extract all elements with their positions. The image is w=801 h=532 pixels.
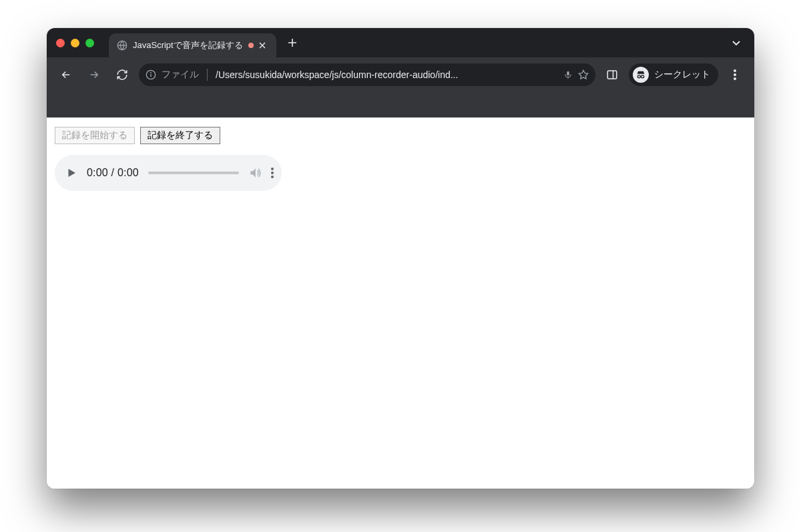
svg-point-15 (271, 168, 274, 170)
forward-button[interactable] (83, 63, 105, 86)
voice-search-icon[interactable] (563, 70, 573, 79)
svg-marker-5 (579, 70, 587, 79)
bookmarks-bar (47, 92, 754, 117)
bookmark-icon[interactable] (578, 69, 589, 80)
incognito-indicator[interactable]: シークレット (629, 63, 718, 86)
audio-menu-button[interactable] (271, 168, 274, 178)
tab-close-button[interactable] (259, 42, 270, 49)
stop-recording-button[interactable]: 記録を終了する (140, 127, 220, 144)
address-bar[interactable]: ファイル /Users/susukida/workspace/js/column… (139, 63, 595, 86)
audio-current-time: 0:00 (87, 167, 108, 178)
audio-time-display: 0:00 / 0:00 (87, 167, 139, 179)
incognito-label: シークレット (654, 69, 710, 81)
svg-point-9 (641, 75, 644, 78)
browser-toolbar: ファイル /Users/susukida/workspace/js/column… (47, 57, 754, 92)
svg-point-11 (734, 69, 736, 72)
separator (207, 69, 208, 81)
window-controls (56, 39, 94, 47)
tab-search-button[interactable] (728, 38, 745, 47)
titlebar: JavaScriptで音声を記録する (47, 28, 754, 57)
svg-point-13 (734, 77, 736, 80)
browser-window: JavaScriptで音声を記録する (47, 28, 754, 489)
url-scheme-label: ファイル (162, 69, 199, 81)
svg-point-12 (734, 73, 736, 76)
window-close-button[interactable] (56, 39, 65, 47)
back-button[interactable] (55, 63, 77, 86)
tab-title: JavaScriptで音声を記録する (133, 39, 243, 51)
side-panel-button[interactable] (601, 63, 623, 86)
incognito-icon (633, 67, 649, 83)
page-content: 記録を開始する 記録を終了する 0:00 / 0:00 (47, 117, 754, 489)
browser-tab[interactable]: JavaScriptで音声を記録する (109, 33, 276, 57)
url-text: /Users/susukida/workspace/js/column-reco… (216, 69, 558, 80)
svg-point-16 (271, 172, 274, 174)
play-icon[interactable] (65, 167, 77, 179)
site-info-icon[interactable] (146, 69, 156, 80)
svg-rect-6 (607, 71, 617, 79)
audio-seek-slider[interactable] (148, 172, 239, 174)
start-recording-button[interactable]: 記録を開始する (55, 127, 135, 144)
svg-point-3 (151, 72, 152, 73)
audio-duration: 0:00 (117, 167, 139, 178)
browser-menu-button[interactable] (724, 63, 746, 86)
globe-icon (117, 40, 127, 51)
audio-player[interactable]: 0:00 / 0:00 (55, 155, 282, 191)
reload-button[interactable] (111, 63, 134, 86)
svg-point-8 (637, 75, 640, 78)
svg-marker-14 (69, 169, 76, 177)
svg-point-17 (271, 176, 274, 178)
window-minimize-button[interactable] (71, 39, 79, 47)
new-tab-button[interactable] (283, 33, 302, 52)
volume-icon[interactable] (248, 166, 262, 180)
button-row: 記録を開始する 記録を終了する (55, 127, 746, 144)
window-maximize-button[interactable] (85, 39, 94, 47)
recording-indicator-icon (248, 43, 254, 48)
